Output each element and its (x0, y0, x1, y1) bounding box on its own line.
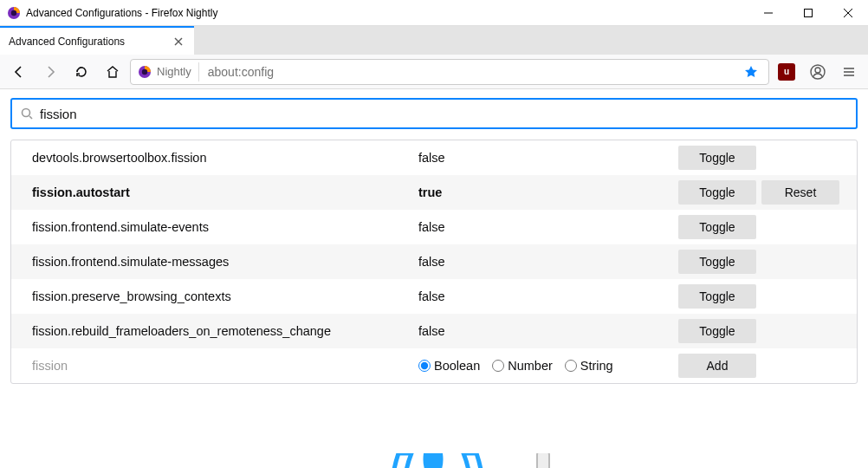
home-button[interactable] (99, 58, 126, 86)
svg-point-1 (11, 10, 16, 15)
svg-point-11 (815, 68, 820, 73)
new-pref-row: fission Boolean Number String Add (11, 348, 857, 383)
pref-row: fission.preserve_browsing_contexts false… (11, 279, 857, 314)
toggle-button[interactable]: Toggle (678, 180, 756, 205)
pref-row: devtools.browsertoolbox.fission false To… (11, 140, 857, 175)
tab-close-button[interactable] (172, 35, 185, 49)
svg-point-16 (23, 109, 30, 117)
identity-box[interactable]: Nightly (134, 62, 199, 81)
forward-button[interactable] (36, 58, 64, 86)
pref-type-radio-group: Boolean Number String (418, 359, 673, 373)
pref-type-string[interactable]: String (565, 359, 613, 373)
svg-line-17 (29, 116, 32, 119)
browser-tab[interactable]: Advanced Configurations (0, 26, 194, 55)
url-text: about:config (203, 65, 734, 79)
reload-button[interactable] (68, 58, 95, 86)
reset-button[interactable]: Reset (761, 180, 839, 205)
pref-row: fission.autostart true Toggle Reset (11, 175, 857, 210)
window-maximize-button[interactable] (788, 0, 828, 26)
pref-name: devtools.browsertoolbox.fission (32, 151, 413, 165)
ublock-icon[interactable]: u (773, 58, 800, 86)
window-title: Advanced Configurations - Firefox Nightl… (26, 7, 217, 19)
account-icon[interactable] (804, 58, 832, 86)
url-bar[interactable]: Nightly about:config (130, 59, 769, 85)
toggle-button[interactable]: Toggle (678, 215, 756, 239)
new-pref-name: fission (32, 359, 413, 373)
pref-value: false (418, 255, 673, 269)
search-icon (21, 107, 33, 120)
window-titlebar: Advanced Configurations - Firefox Nightl… (0, 0, 868, 26)
bookmark-star-icon[interactable] (737, 58, 765, 86)
pref-value: true (418, 185, 673, 199)
pref-search-box[interactable] (10, 98, 858, 129)
pref-name: fission.rebuild_frameloaders_on_remotene… (32, 324, 413, 338)
pref-type-boolean[interactable]: Boolean (418, 359, 480, 373)
pref-value: false (418, 151, 673, 165)
toggle-button[interactable]: Toggle (678, 146, 756, 170)
pref-value: false (418, 289, 673, 303)
pref-type-number[interactable]: Number (492, 359, 553, 373)
pref-value: false (418, 220, 673, 234)
window-minimize-button[interactable] (748, 0, 788, 26)
tab-strip: Advanced Configurations (0, 26, 868, 55)
pref-row: fission.rebuild_frameloaders_on_remotene… (11, 314, 857, 348)
menu-button[interactable] (835, 58, 863, 86)
svg-point-9 (142, 68, 147, 74)
firefox-nightly-icon (7, 6, 21, 20)
svg-rect-15 (537, 453, 549, 468)
pref-search-input[interactable] (40, 107, 847, 121)
pref-name: fission.autostart (32, 185, 413, 199)
pref-name: fission.frontend.simulate-messages (32, 255, 413, 269)
toggle-button[interactable]: Toggle (678, 250, 756, 274)
pref-row: fission.frontend.simulate-messages false… (11, 244, 857, 279)
window-close-button[interactable] (828, 0, 868, 26)
identity-label: Nightly (157, 65, 191, 78)
firefox-nightly-icon (138, 65, 152, 79)
toggle-button[interactable]: Toggle (678, 284, 756, 309)
pref-name: fission.preserve_browsing_contexts (32, 289, 413, 303)
page-content: devtools.browsertoolbox.fission false To… (0, 89, 868, 468)
prefs-table: devtools.browsertoolbox.fission false To… (10, 140, 858, 384)
pref-name: fission.frontend.simulate-events (32, 220, 413, 234)
svg-rect-3 (805, 9, 813, 16)
background-critter-image (381, 453, 572, 468)
navigation-toolbar: Nightly about:config u (0, 55, 868, 89)
back-button[interactable] (5, 58, 33, 86)
tab-title: Advanced Configurations (9, 36, 125, 48)
toggle-button[interactable]: Toggle (678, 319, 756, 343)
add-button[interactable]: Add (678, 354, 756, 378)
pref-row: fission.frontend.simulate-events false T… (11, 210, 857, 244)
pref-value: false (418, 324, 673, 338)
